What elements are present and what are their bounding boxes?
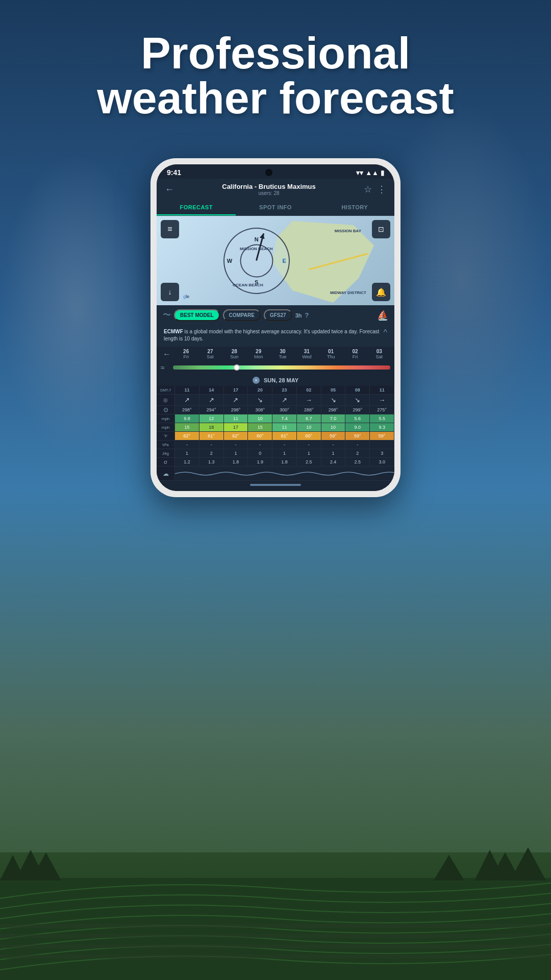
pres-7: - (345, 440, 370, 449)
sigma-1: 1.3 (199, 458, 224, 466)
hour-14: 14 (199, 386, 224, 394)
map-fullscreen-button[interactable]: ⊡ (372, 220, 390, 238)
map-menu-button[interactable]: ≡ (161, 220, 179, 238)
date-26[interactable]: 26 Fri (175, 349, 197, 359)
date-01[interactable]: 01 Thu (320, 349, 342, 359)
camera-notch (265, 169, 272, 176)
arrow-3: ↘ (248, 395, 272, 405)
date-27[interactable]: 27 Sat (199, 349, 221, 359)
deg-7: 299° (345, 406, 370, 414)
signal-icon: ▲▲ (365, 169, 379, 177)
hour-23: 23 (272, 386, 297, 394)
pres-0: - (175, 440, 199, 449)
header-actions: ☆ ⋮ (364, 184, 386, 195)
date-31[interactable]: 31 Wed (296, 349, 318, 359)
pres-8 (370, 440, 394, 449)
energy-2: 1 (224, 449, 248, 457)
hour-11b: 11 (370, 386, 394, 394)
compass-e: E (282, 258, 286, 264)
ws-5: 6.7 (297, 414, 321, 423)
map-label-missionbeach: MISSION BEACH (240, 247, 272, 251)
wind-speed-track[interactable] (173, 365, 390, 370)
deg-4: 300° (272, 406, 297, 414)
compass-w: W (227, 258, 232, 264)
selected-date-header: × SUN, 28 MAY (157, 375, 394, 386)
temp-0: 62° (175, 432, 199, 440)
ecmwf-collapse-button[interactable]: ^ (383, 328, 387, 337)
date-29[interactable]: 29 Mon (247, 349, 269, 359)
map-alert-button[interactable]: 🔔 (372, 283, 390, 301)
favorite-button[interactable]: ☆ (364, 184, 372, 195)
gust-1: 18 (199, 423, 224, 431)
svg-marker-10 (510, 847, 546, 880)
energy-1: 2 (199, 449, 224, 457)
gust-7: 9.0 (345, 423, 370, 431)
ws-7: 5.6 (345, 414, 370, 423)
wind-indicator-row: ≈ (157, 361, 394, 375)
wind-speed-label: mph (157, 414, 175, 423)
pres-6: - (321, 440, 346, 449)
gust-cells: 15 18 17 15 11 10 10 9.0 9.3 (175, 423, 394, 431)
ecmwf-text: ECMWF is a global model with the highest… (164, 328, 383, 342)
deg-5: 288° (297, 406, 321, 414)
best-model-button[interactable]: BEST MODEL (174, 309, 220, 321)
home-bar (250, 484, 301, 486)
location-users: users: 28 (174, 190, 364, 196)
temp-8: 59° (370, 432, 394, 440)
temp-7: 59° (345, 432, 370, 440)
temp-1: 61° (199, 432, 224, 440)
wind-icon: ≈ (161, 363, 171, 372)
hour-05: 05 (321, 386, 346, 394)
temp-6: 59° (321, 432, 346, 440)
ecmwf-description: is a global model with the highest avera… (164, 329, 379, 341)
svg-rect-3 (0, 934, 551, 938)
pres-1: - (199, 440, 224, 449)
help-button[interactable]: ? (305, 311, 309, 319)
sigma-6: 2.4 (321, 458, 346, 466)
hour-02: 02 (297, 386, 321, 394)
status-icons: ▾▾ ▲▲ ▮ (356, 169, 384, 177)
status-time: 9:41 (167, 168, 181, 177)
sigma-8: 3.0 (370, 458, 394, 466)
arrow-4: ↗ (272, 395, 297, 405)
temp-5: 60° (297, 432, 321, 440)
header-center: California - Bruticus Maximus users: 28 (174, 183, 364, 196)
date-prev-button[interactable]: ← (161, 350, 173, 359)
wind-deg-icon: ⊙ (157, 406, 175, 414)
date-30[interactable]: 30 Tue (271, 349, 293, 359)
arrow-5: → (297, 395, 321, 405)
pressure-cells: - - - - - - - - (175, 440, 394, 449)
pres-2: - (224, 440, 248, 449)
map-label-oceanbeach: OCEAN BEACH (233, 283, 263, 287)
map-view[interactable]: N S E W MISSION BAY MISSION BEACH MIDWAY… (157, 216, 394, 305)
ws-6: 7.0 (321, 414, 346, 423)
gfs27-button[interactable]: GFS27 (264, 309, 292, 321)
deg-1: 294° (199, 406, 224, 414)
arrow-7: ↘ (345, 395, 370, 405)
tab-forecast[interactable]: FORECAST (157, 200, 236, 215)
energy-label: J/kg (157, 449, 175, 457)
map-download-button[interactable]: ↓ (161, 283, 179, 301)
energy-5: 1 (297, 449, 321, 457)
gust-2: 17 (224, 423, 248, 431)
ecmwf-label: ECMWF (164, 329, 183, 334)
back-button[interactable]: ← (165, 184, 174, 195)
time-interval[interactable]: 3h (295, 312, 302, 318)
battery-icon: ▮ (381, 169, 384, 177)
date-03[interactable]: 03 Sat (368, 349, 390, 359)
energy-0: 1 (175, 449, 199, 457)
temp-label: °F (157, 432, 175, 440)
compass-n: N (255, 236, 259, 242)
close-date-button[interactable]: × (253, 377, 260, 384)
compare-button[interactable]: COMPARE (223, 309, 261, 321)
hour-08: 08 (345, 386, 370, 394)
date-02[interactable]: 02 Fri (344, 349, 366, 359)
gust-5: 10 (297, 423, 321, 431)
selected-date-text: SUN, 28 MAY (264, 377, 298, 383)
wind-speed-cells: 9.8 12 11 10 7.4 6.7 7.0 5.6 5.5 (175, 414, 394, 423)
date-28-selected[interactable]: 28 Sun (223, 349, 245, 359)
map-label-missionbay: MISSION BAY (335, 229, 361, 233)
tab-spot-info[interactable]: SPOT INFO (236, 200, 315, 215)
tab-history[interactable]: HISTORY (315, 200, 394, 215)
menu-button[interactable]: ⋮ (377, 184, 386, 195)
